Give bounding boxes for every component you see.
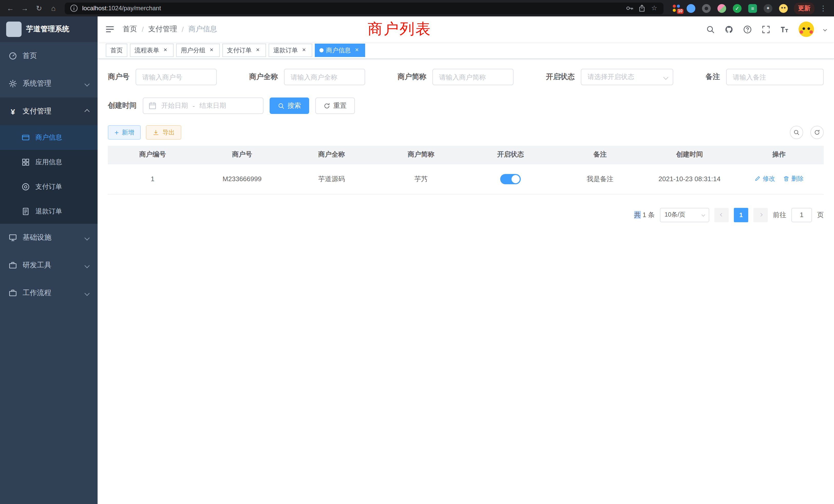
next-page-button[interactable] bbox=[753, 208, 768, 222]
chevron-down-icon bbox=[85, 81, 90, 86]
tab-merchant-info[interactable]: 商户信息 bbox=[315, 44, 365, 57]
merchant-no-input[interactable] bbox=[136, 69, 217, 85]
payment-submenu: 商户信息 应用信息 支付订单 bbox=[0, 125, 97, 224]
chevron-down-icon bbox=[85, 291, 90, 296]
sidebar-item-payment[interactable]: ¥ 支付管理 bbox=[0, 97, 97, 125]
tab-pay-order[interactable]: 支付订单 bbox=[222, 44, 266, 57]
chevron-down-icon bbox=[85, 235, 90, 240]
font-size-icon[interactable] bbox=[780, 25, 789, 33]
create-time-range-picker[interactable]: 开始日期 - 结束日期 bbox=[143, 97, 263, 114]
search-icon bbox=[793, 129, 799, 136]
fullscreen-icon[interactable] bbox=[762, 25, 770, 33]
dashboard-icon bbox=[9, 52, 17, 60]
sidebar-item-home[interactable]: 首页 bbox=[0, 42, 97, 70]
password-key-icon[interactable] bbox=[626, 4, 634, 12]
coin-icon bbox=[22, 183, 30, 191]
tabs-bar: 首页 流程表单 用户分组 支付订单 退款订单 bbox=[97, 42, 834, 59]
full-name-input[interactable] bbox=[284, 69, 365, 85]
sidebar-item-app-info[interactable]: 应用信息 bbox=[0, 150, 97, 175]
sidebar-item-refund-order[interactable]: 退款订单 bbox=[0, 199, 97, 224]
back-icon[interactable]: ← bbox=[4, 2, 17, 14]
yen-icon: ¥ bbox=[9, 107, 17, 116]
remark-label: 备注 bbox=[706, 72, 720, 82]
monitor-icon bbox=[9, 233, 17, 242]
cell-remark: 我是备注 bbox=[555, 164, 645, 194]
close-icon[interactable] bbox=[254, 47, 261, 54]
tab-label: 退款订单 bbox=[273, 46, 298, 55]
close-icon[interactable] bbox=[162, 47, 169, 54]
extension-icon[interactable] bbox=[779, 4, 788, 13]
chevron-down-icon bbox=[702, 213, 705, 216]
sidebar-item-merchant-info[interactable]: 商户信息 bbox=[0, 125, 97, 150]
refresh-table-button[interactable] bbox=[810, 126, 824, 139]
tab-refund-order[interactable]: 退款订单 bbox=[269, 44, 312, 57]
chevron-down-icon[interactable] bbox=[823, 27, 827, 31]
breadcrumb-home[interactable]: 首页 bbox=[123, 25, 137, 34]
user-avatar[interactable] bbox=[798, 22, 814, 37]
breadcrumb-payment[interactable]: 支付管理 bbox=[148, 25, 177, 34]
extension-icon[interactable] bbox=[748, 4, 757, 13]
cell-actions: 修改 删除 bbox=[734, 164, 824, 194]
extension-icon[interactable] bbox=[764, 4, 772, 13]
toggle-search-button[interactable] bbox=[790, 126, 803, 139]
extension-icon[interactable] bbox=[733, 4, 742, 13]
short-name-label: 商户简称 bbox=[397, 72, 426, 82]
url-text: localhost:1024/pay/merchant bbox=[82, 5, 621, 12]
sidebar-item-workflow[interactable]: 工作流程 bbox=[0, 279, 97, 307]
sidebar-item-label: 应用信息 bbox=[36, 158, 62, 167]
sidebar-item-label: 研发工具 bbox=[23, 261, 51, 270]
status-toggle[interactable] bbox=[500, 174, 521, 184]
breadcrumb-current: 商户信息 bbox=[189, 25, 217, 34]
hamburger-icon[interactable] bbox=[105, 25, 114, 34]
browser-update-button[interactable]: 更新 bbox=[794, 2, 814, 14]
bookmark-star-icon[interactable]: ☆ bbox=[650, 4, 658, 12]
add-button[interactable]: + 新增 bbox=[108, 125, 141, 140]
goto-page-input[interactable] bbox=[791, 208, 812, 222]
browser-menu-icon[interactable]: ⋮ bbox=[816, 4, 830, 12]
tab-home[interactable]: 首页 bbox=[106, 44, 127, 57]
page-size-select[interactable]: 10条/页 bbox=[660, 208, 709, 222]
github-icon[interactable] bbox=[725, 25, 733, 33]
tab-process-form[interactable]: 流程表单 bbox=[130, 44, 174, 57]
short-name-input[interactable] bbox=[433, 69, 513, 85]
close-icon[interactable] bbox=[208, 47, 215, 54]
reload-icon[interactable]: ↻ bbox=[33, 2, 45, 14]
breadcrumb-separator bbox=[182, 25, 184, 33]
site-info-icon[interactable] bbox=[70, 4, 78, 12]
extension-icon[interactable]: 10 bbox=[673, 5, 680, 12]
export-button[interactable]: 导出 bbox=[146, 125, 181, 140]
delete-link[interactable]: 删除 bbox=[783, 175, 804, 183]
main-area: 首页 支付管理 商户信息 商户列表 bbox=[97, 17, 834, 504]
close-icon[interactable] bbox=[301, 47, 308, 54]
app-logo[interactable]: 芋道管理系统 bbox=[0, 17, 97, 42]
reset-button[interactable]: 重置 bbox=[315, 97, 355, 114]
page-button-1[interactable]: 1 bbox=[734, 208, 748, 222]
extension-icon[interactable] bbox=[718, 4, 726, 13]
tab-label: 支付订单 bbox=[227, 46, 251, 55]
trash-icon bbox=[783, 176, 789, 182]
close-icon[interactable] bbox=[353, 47, 360, 54]
help-icon[interactable] bbox=[743, 25, 752, 33]
cell-short-name: 芋艿 bbox=[376, 164, 466, 194]
share-icon[interactable] bbox=[638, 4, 646, 12]
prev-page-button[interactable] bbox=[714, 208, 729, 222]
extension-icon[interactable] bbox=[702, 4, 711, 13]
sidebar-item-devtools[interactable]: 研发工具 bbox=[0, 251, 97, 279]
active-dot bbox=[320, 48, 324, 52]
home-icon[interactable]: ⌂ bbox=[47, 2, 60, 14]
sidebar-item-infrastructure[interactable]: 基础设施 bbox=[0, 224, 97, 251]
tab-user-group[interactable]: 用户分组 bbox=[176, 44, 220, 57]
sidebar-item-system[interactable]: 系统管理 bbox=[0, 70, 97, 97]
forward-icon[interactable]: → bbox=[19, 2, 31, 14]
chevron-left-icon bbox=[720, 213, 723, 216]
search-button[interactable]: 搜索 bbox=[270, 97, 309, 114]
sidebar-item-pay-order[interactable]: 支付订单 bbox=[0, 175, 97, 199]
edit-link[interactable]: 修改 bbox=[754, 175, 775, 183]
cell-created: 2021-10-23 08:31:14 bbox=[645, 164, 734, 194]
screen: ← → ↻ ⌂ localhost:1024/pay/merchant ☆ 10 bbox=[0, 0, 834, 504]
url-bar[interactable]: localhost:1024/pay/merchant ☆ bbox=[65, 2, 663, 14]
remark-input[interactable] bbox=[726, 69, 824, 85]
search-icon[interactable] bbox=[706, 25, 715, 33]
extension-icon[interactable] bbox=[687, 4, 695, 13]
status-select[interactable]: 请选择开启状态 bbox=[581, 69, 673, 85]
